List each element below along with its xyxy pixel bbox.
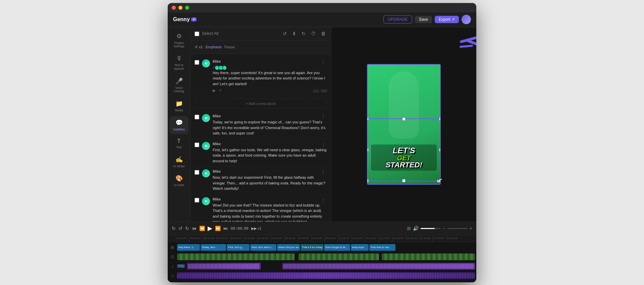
- subtitle-block[interactable]: Now, let's start o...: [250, 244, 276, 251]
- save-button[interactable]: Save: [415, 16, 432, 23]
- script-text[interactable]: Wow! Did you see that? The mixture start…: [213, 203, 327, 222]
- preview-text-line1: LET'S: [374, 147, 434, 155]
- avatar: M: [202, 197, 210, 205]
- subtitle-block[interactable]: Hey there, s...: [177, 244, 200, 251]
- more-options-button[interactable]: ⋮: [320, 197, 327, 203]
- row-checkbox[interactable]: [195, 115, 199, 119]
- play-row-button[interactable]: ▶: [213, 88, 216, 93]
- upgrade-button[interactable]: UPGRADE: [383, 15, 412, 23]
- row-checkbox[interactable]: [195, 170, 199, 175]
- volume-slider[interactable]: [421, 228, 441, 229]
- mini-avatar: [222, 65, 227, 70]
- undo-icon[interactable]: ↺: [281, 30, 288, 38]
- sidebar-item-label: Media: [175, 109, 183, 112]
- row-checkbox[interactable]: [195, 60, 199, 65]
- minimize-dot[interactable]: [178, 6, 182, 10]
- resize-handle-tl[interactable]: [367, 117, 369, 121]
- volume-button[interactable]: 🔊: [413, 226, 419, 231]
- more-options-button[interactable]: ⋮: [320, 142, 327, 147]
- skip-forward-button[interactable]: ⏭: [223, 226, 228, 231]
- preview-video[interactable]: LET'S GET STARTED!: [367, 64, 441, 185]
- sidebar-item-ai-writer[interactable]: ✍ AI Writer: [170, 153, 189, 171]
- audio-clip[interactable]: [187, 263, 261, 270]
- app-badge: ✦: [191, 17, 197, 21]
- script-text[interactable]: First, let's gather our tools. We will n…: [213, 147, 327, 164]
- row-checkbox[interactable]: [195, 198, 199, 203]
- clock-icon[interactable]: ⏱: [310, 30, 317, 38]
- row-checkbox[interactable]: [195, 142, 199, 147]
- audio-clip[interactable]: [282, 263, 475, 270]
- zoom-slider[interactable]: [447, 228, 468, 229]
- subtitle-block[interactable]: keep expl...: [351, 244, 369, 251]
- skip-back-button[interactable]: ⏮: [192, 226, 197, 231]
- trash-icon[interactable]: 🗑: [320, 30, 327, 38]
- subtitle-block[interactable]: First, let's g...: [227, 244, 250, 251]
- script-text[interactable]: Hey there, super scientists! It's great …: [213, 70, 327, 87]
- resize-handle-mr[interactable]: [439, 148, 441, 152]
- redo-button[interactable]: ↻: [185, 226, 189, 231]
- select-all-checkbox[interactable]: [195, 32, 199, 36]
- subtitle-block[interactable]: Today, we'r...: [201, 244, 226, 251]
- sidebar: ⚙ Project Settings 🎙 Text to Speech 🎤 Vo…: [168, 27, 191, 222]
- script-text[interactable]: Today, we're going to explore the magic …: [213, 119, 327, 136]
- music-track[interactable]: [177, 272, 475, 279]
- user-avatar[interactable]: [462, 15, 471, 24]
- mic-icon: 🎙: [176, 55, 182, 62]
- video-clip[interactable]: [299, 253, 379, 260]
- video-clip[interactable]: [382, 253, 475, 260]
- char-count: 121 / 500: [313, 89, 327, 93]
- audio-track[interactable]: TTS: [177, 263, 475, 270]
- loop-icon[interactable]: ↻: [300, 30, 307, 38]
- subtitle-view-button[interactable]: ⊞: [407, 226, 411, 231]
- maximize-dot[interactable]: [185, 6, 189, 10]
- avatar: M: [202, 59, 210, 67]
- resize-handle-ml[interactable]: [367, 148, 369, 152]
- timeline-ruler: 00:00:00 00:05:00 00:10:00 00:15:00 00:2…: [168, 235, 476, 242]
- subtitle-track[interactable]: Hey there, s... Today, we'r... First, le…: [177, 244, 475, 251]
- frame-forward-button[interactable]: ⏩: [215, 226, 221, 231]
- more-options-button[interactable]: ⋮: [320, 114, 327, 119]
- subtitle-block[interactable]: Feel free to ma...: [369, 244, 395, 251]
- video-clip[interactable]: [177, 253, 294, 260]
- download-icon[interactable]: ⬇: [291, 30, 298, 38]
- resize-handle-bl[interactable]: [367, 179, 369, 182]
- playback-speed[interactable]: ▶▶ x1: [251, 226, 262, 231]
- subtitles-icon: 💬: [175, 119, 183, 126]
- subtitle-block[interactable]: Don't forget to lik...: [324, 244, 350, 251]
- video-track-icon: ⊡: [169, 254, 176, 259]
- frame-back-button[interactable]: ⏪: [199, 226, 205, 231]
- subtitle-block[interactable]: That's it for today...: [301, 244, 323, 251]
- sidebar-item-project-settings[interactable]: ⚙ Project Settings: [170, 30, 189, 51]
- stroke-icon: [460, 45, 473, 48]
- text-icon: T: [177, 138, 181, 144]
- script-text[interactable]: Now, let's start our experiment! First, …: [213, 175, 327, 191]
- sidebar-item-text[interactable]: T Text: [170, 135, 189, 152]
- sidebar-item-voice-cloning[interactable]: 🎤 Voice Cloning: [170, 75, 189, 96]
- zoom-out-button[interactable]: −: [443, 226, 445, 231]
- more-options-button[interactable]: ⋮: [320, 169, 327, 175]
- share-row-button[interactable]: ↗: [218, 88, 222, 93]
- resize-handle-bm[interactable]: [402, 179, 406, 182]
- zoom-in-button[interactable]: +: [470, 226, 472, 231]
- play-button[interactable]: ▶: [208, 225, 212, 232]
- more-options-button[interactable]: ⋮: [320, 59, 327, 65]
- loop-toggle-button[interactable]: ↻: [172, 226, 176, 231]
- sidebar-item-tts[interactable]: 🎙 Text to Speech: [170, 52, 189, 73]
- audio-track-row: ♪ TTS: [169, 262, 475, 270]
- undo-button[interactable]: ↺: [178, 226, 182, 231]
- close-dot[interactable]: [172, 6, 176, 10]
- pause-button[interactable]: Pause: [224, 45, 235, 49]
- sidebar-item-ai-artist[interactable]: 🎨 AI Artist: [170, 172, 189, 190]
- resize-handle-tr[interactable]: [439, 117, 441, 121]
- app-body: ⚙ Project Settings 🎙 Text to Speech 🎤 Vo…: [168, 27, 476, 222]
- sidebar-item-subtitles[interactable]: 💬 Subtitles: [170, 116, 189, 134]
- music-track-row: ♫: [169, 272, 475, 280]
- emphasis-button[interactable]: Emphasis: [206, 45, 222, 49]
- sidebar-item-media[interactable]: 📁 Media: [170, 97, 189, 115]
- video-track[interactable]: [177, 253, 475, 260]
- add-block-button[interactable]: + Add a new block: [195, 99, 327, 109]
- speed-control[interactable]: ↺ x1: [195, 45, 203, 49]
- export-button[interactable]: Export ↗: [435, 16, 459, 23]
- media-icon: 📁: [175, 100, 183, 107]
- subtitle-block[interactable]: Wow! Did you se...: [277, 244, 300, 251]
